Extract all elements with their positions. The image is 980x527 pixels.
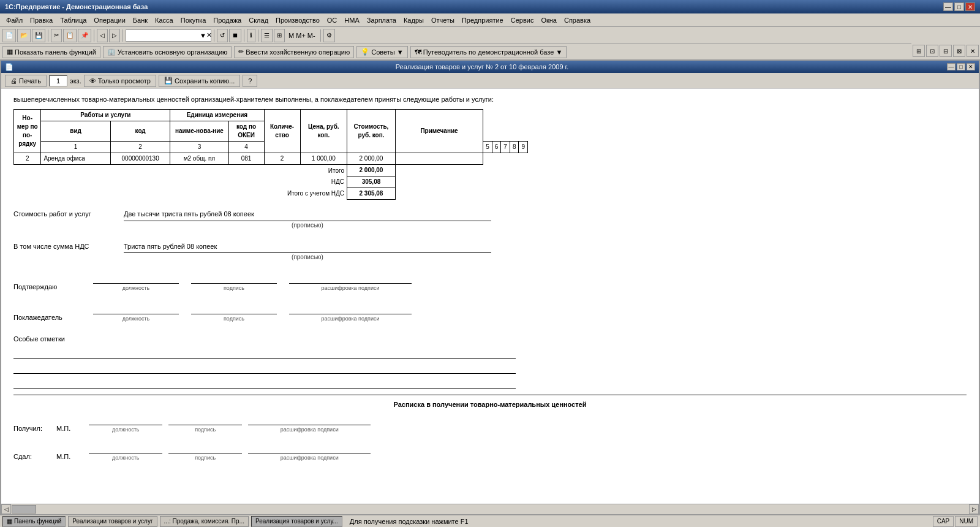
special-marks-label: Особые отметки (13, 335, 65, 343)
search-box[interactable]: ▼ ✕ (126, 29, 211, 42)
sep1 (48, 29, 48, 42)
menu-sklad[interactable]: Склад (245, 15, 272, 25)
menu-edit[interactable]: Правка (26, 15, 56, 25)
menu-table[interactable]: Таблица (56, 15, 90, 25)
menu-nma[interactable]: НМА (341, 15, 363, 25)
save-copy-button[interactable]: 💾 Сохранить копию... (159, 75, 240, 87)
menu-windows[interactable]: Окна (537, 15, 560, 25)
icon-btn1[interactable]: ⊞ (913, 45, 925, 57)
menu-service[interactable]: Сервис (507, 15, 538, 25)
icon-btn5[interactable]: ✕ (967, 45, 979, 57)
menu-buy[interactable]: Покупка (177, 15, 210, 25)
doc-min-btn[interactable]: — (947, 63, 956, 70)
doc-close-btn[interactable]: ✕ (967, 63, 975, 70)
document-window: 📄 Реализация товаров и услуг № 2 от 10 ф… (0, 59, 980, 515)
view-only-button[interactable]: 👁 Только просмотр (84, 75, 156, 87)
tips-btn[interactable]: 💡 Советы ▼ (356, 46, 407, 58)
hscroll-track[interactable] (11, 504, 969, 514)
taskbar-prodazha-btn[interactable]: ...: Продажа, комиссия. Пр... (160, 516, 249, 527)
gave-sign-group: подпись (168, 444, 242, 462)
settings-btn[interactable]: ⚙ (323, 29, 335, 42)
stop-btn[interactable]: ⏹ (229, 29, 241, 42)
menu-file[interactable]: Файл (2, 15, 26, 25)
pokl-row: Поклажедатель должность подпись расшифро… (13, 305, 967, 323)
gave-pos-note: должность (112, 454, 140, 462)
open-btn[interactable]: 📂 (17, 29, 31, 42)
sep3 (123, 29, 123, 42)
page-number-input[interactable] (49, 75, 67, 86)
taskbar-realiz2-btn[interactable]: Реализация товаров и услу... (251, 516, 342, 527)
paste-btn[interactable]: 📌 (78, 29, 91, 42)
th-naim: наиме-нова-ние (170, 121, 228, 142)
menu-bank[interactable]: Банк (129, 15, 151, 25)
itogo-empty (395, 165, 483, 176)
guide-btn[interactable]: 🗺 Путеводитель по демонстрационной базе … (410, 46, 567, 58)
org-icon: 🏢 (107, 48, 116, 56)
taskbar-panel-btn[interactable]: ▦ Панель функций (2, 516, 66, 527)
copy-btn[interactable]: 📋 (63, 29, 77, 42)
menu-hr[interactable]: Кадры (400, 15, 428, 25)
row-price: 1 000,00 (300, 153, 347, 165)
received-pos-group: должность (89, 415, 162, 434)
itogo-label: Итого (14, 165, 347, 176)
pages-label: экз. (70, 77, 81, 85)
enter-op-btn[interactable]: ✏ Ввести хозяйственную операцию (234, 46, 354, 58)
confirm-pos-note: должность (123, 284, 150, 292)
cut-btn[interactable]: ✂ (51, 29, 62, 42)
search-clear-icon[interactable]: ✕ (206, 31, 212, 39)
menu-reports[interactable]: Отчеты (428, 15, 458, 25)
info-btn[interactable]: ℹ (247, 29, 255, 42)
taskbar-realiz-btn[interactable]: Реализации товаров и услуг (68, 516, 157, 527)
menu-help[interactable]: Справка (560, 15, 594, 25)
confirm-pos-group: должность (93, 274, 179, 292)
h-scrollbar[interactable]: ◁ ▷ (1, 504, 979, 514)
th-cost: Стоимость, руб. коп. (347, 110, 396, 153)
menu-sell[interactable]: Продажа (209, 15, 245, 25)
row-num: 2 (14, 153, 41, 165)
maximize-button[interactable]: □ (954, 2, 964, 11)
back-btn[interactable]: ◁ (97, 29, 108, 42)
refresh-btn[interactable]: ↺ (217, 29, 228, 42)
gave-sign-line (168, 444, 242, 453)
print-button[interactable]: 🖨 Печать (5, 75, 47, 87)
close-button[interactable]: ✕ (965, 2, 975, 11)
menu-salary[interactable]: Зарплата (363, 15, 400, 25)
received-mp: М.П. (56, 424, 70, 433)
cap-indicator: CAP (933, 516, 954, 527)
sep7 (320, 29, 321, 42)
fwd-btn[interactable]: ▷ (109, 29, 120, 42)
cost-nds-label: В том числе сумма НДС (13, 242, 124, 251)
panel-icon: ▦ (7, 48, 13, 56)
icon-btn2[interactable]: ⊡ (926, 45, 938, 57)
confirm-sign-note: подпись (224, 284, 244, 292)
menu-kassa[interactable]: Касса (151, 15, 177, 25)
new-btn[interactable]: 📄 (2, 29, 16, 42)
help-button[interactable]: ? (243, 75, 257, 87)
search-input[interactable] (126, 32, 200, 39)
minimize-button[interactable]: — (943, 2, 953, 11)
nds-empty (395, 176, 483, 188)
icon-btn4[interactable]: ⊠ (953, 45, 965, 57)
list-btn[interactable]: ☰ (261, 29, 273, 42)
mode-label: M M+ M- (286, 32, 318, 39)
hscroll-left-btn[interactable]: ◁ (1, 504, 11, 514)
show-panel-btn[interactable]: ▦ Показать панель функций (2, 46, 100, 58)
row-kod: 00000000130 (110, 153, 170, 165)
pokl-pos-group: должность (93, 305, 179, 323)
menu-prod[interactable]: Производство (272, 15, 323, 25)
doc-max-btn[interactable]: □ (957, 63, 965, 70)
menu-os[interactable]: ОС (323, 15, 341, 25)
set-org-btn[interactable]: 🏢 Установить основную организацию (103, 46, 232, 58)
col-num-1: 1 (41, 142, 111, 153)
grid-btn[interactable]: ⊞ (274, 29, 285, 42)
top-right-toolbar: ⊞ ⊡ ⊟ ⊠ ✕ (911, 44, 980, 58)
hscroll-thumb[interactable] (12, 505, 36, 514)
hscroll-right-btn[interactable]: ▷ (969, 504, 979, 514)
row-naim: м2 общ. пл (170, 153, 228, 165)
content-area[interactable]: вышеперечисленных товарно-материальных ц… (1, 89, 979, 504)
menu-enterprise[interactable]: Предприятие (458, 15, 507, 25)
sep2 (94, 29, 94, 42)
menu-operations[interactable]: Операции (90, 15, 129, 25)
save-btn[interactable]: 💾 (32, 29, 45, 42)
icon-btn3[interactable]: ⊟ (940, 45, 952, 57)
